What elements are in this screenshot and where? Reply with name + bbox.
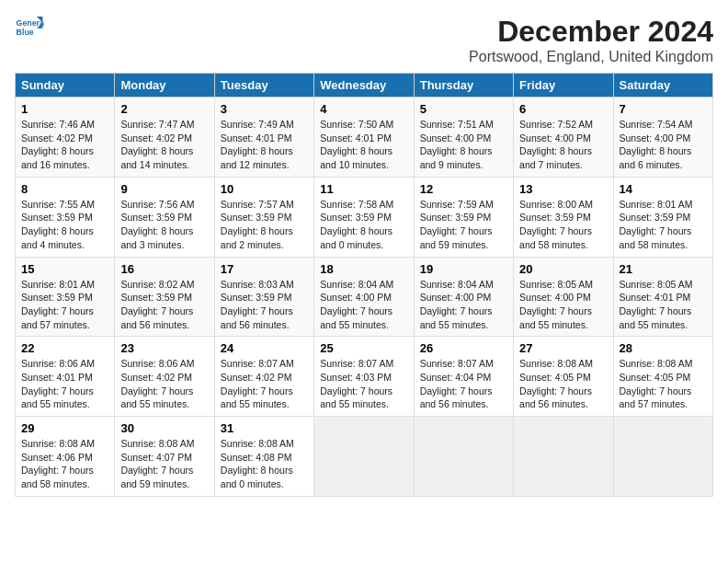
- calendar-cell: 16Sunrise: 8:02 AM Sunset: 3:59 PM Dayli…: [115, 257, 214, 337]
- calendar-cell: 9Sunrise: 7:56 AM Sunset: 3:59 PM Daylig…: [115, 177, 214, 257]
- day-number: 17: [221, 262, 308, 276]
- day-detail: Sunrise: 8:08 AM Sunset: 4:08 PM Dayligh…: [221, 437, 308, 491]
- calendar-cell: 27Sunrise: 8:08 AM Sunset: 4:05 PM Dayli…: [514, 337, 613, 417]
- day-number: 12: [420, 182, 507, 196]
- calendar-cell: 28Sunrise: 8:08 AM Sunset: 4:05 PM Dayli…: [613, 337, 712, 417]
- calendar-cell: 10Sunrise: 7:57 AM Sunset: 3:59 PM Dayli…: [214, 177, 313, 257]
- calendar-cell: 19Sunrise: 8:04 AM Sunset: 4:00 PM Dayli…: [414, 257, 513, 337]
- col-header-wednesday: Wednesday: [314, 74, 414, 98]
- subtitle: Portswood, England, United Kingdom: [469, 49, 713, 65]
- day-detail: Sunrise: 7:59 AM Sunset: 3:59 PM Dayligh…: [420, 198, 507, 252]
- day-number: 15: [21, 262, 108, 276]
- day-number: 18: [320, 262, 407, 276]
- calendar-cell: 26Sunrise: 8:07 AM Sunset: 4:04 PM Dayli…: [414, 337, 513, 417]
- calendar-cell: 13Sunrise: 8:00 AM Sunset: 3:59 PM Dayli…: [514, 177, 613, 257]
- calendar-cell: 31Sunrise: 8:08 AM Sunset: 4:08 PM Dayli…: [214, 417, 313, 497]
- calendar-table: SundayMondayTuesdayWednesdayThursdayFrid…: [15, 73, 713, 497]
- day-number: 6: [519, 102, 607, 116]
- calendar-week-row: 29Sunrise: 8:08 AM Sunset: 4:06 PM Dayli…: [16, 417, 713, 497]
- day-detail: Sunrise: 8:05 AM Sunset: 4:00 PM Dayligh…: [519, 278, 607, 332]
- calendar-cell: 14Sunrise: 8:01 AM Sunset: 3:59 PM Dayli…: [613, 177, 712, 257]
- day-detail: Sunrise: 7:55 AM Sunset: 3:59 PM Dayligh…: [21, 198, 108, 252]
- logo: General Blue: [15, 15, 44, 40]
- day-number: 14: [620, 182, 707, 196]
- day-number: 28: [620, 341, 707, 355]
- day-detail: Sunrise: 7:52 AM Sunset: 4:00 PM Dayligh…: [519, 118, 607, 172]
- day-number: 5: [420, 102, 507, 116]
- day-detail: Sunrise: 8:04 AM Sunset: 4:00 PM Dayligh…: [420, 278, 507, 332]
- day-number: 19: [420, 262, 507, 276]
- day-detail: Sunrise: 8:08 AM Sunset: 4:06 PM Dayligh…: [21, 437, 108, 491]
- day-detail: Sunrise: 8:07 AM Sunset: 4:04 PM Dayligh…: [420, 357, 507, 411]
- day-detail: Sunrise: 7:47 AM Sunset: 4:02 PM Dayligh…: [120, 118, 208, 172]
- calendar-week-row: 8Sunrise: 7:55 AM Sunset: 3:59 PM Daylig…: [16, 177, 713, 257]
- page-header: General Blue December 2024 Portswood, En…: [15, 15, 713, 65]
- calendar-cell: 22Sunrise: 8:06 AM Sunset: 4:01 PM Dayli…: [16, 337, 115, 417]
- day-detail: Sunrise: 8:08 AM Sunset: 4:05 PM Dayligh…: [519, 357, 607, 411]
- logo-icon: General Blue: [15, 15, 44, 40]
- day-detail: Sunrise: 7:46 AM Sunset: 4:02 PM Dayligh…: [21, 118, 108, 172]
- day-detail: Sunrise: 8:01 AM Sunset: 3:59 PM Dayligh…: [620, 198, 707, 252]
- day-number: 1: [21, 102, 108, 116]
- col-header-monday: Monday: [115, 74, 214, 98]
- day-number: 30: [120, 421, 208, 435]
- calendar-cell: 17Sunrise: 8:03 AM Sunset: 3:59 PM Dayli…: [214, 257, 313, 337]
- calendar-cell: 15Sunrise: 8:01 AM Sunset: 3:59 PM Dayli…: [16, 257, 115, 337]
- calendar-cell: [414, 417, 513, 497]
- day-number: 16: [120, 262, 208, 276]
- day-detail: Sunrise: 7:51 AM Sunset: 4:00 PM Dayligh…: [420, 118, 507, 172]
- day-number: 23: [120, 341, 208, 355]
- title-block: December 2024 Portswood, England, United…: [469, 15, 713, 65]
- day-detail: Sunrise: 7:54 AM Sunset: 4:00 PM Dayligh…: [620, 118, 707, 172]
- calendar-cell: 8Sunrise: 7:55 AM Sunset: 3:59 PM Daylig…: [16, 177, 115, 257]
- day-detail: Sunrise: 7:50 AM Sunset: 4:01 PM Dayligh…: [320, 118, 407, 172]
- day-detail: Sunrise: 8:00 AM Sunset: 3:59 PM Dayligh…: [519, 198, 607, 252]
- calendar-week-row: 22Sunrise: 8:06 AM Sunset: 4:01 PM Dayli…: [16, 337, 713, 417]
- day-detail: Sunrise: 8:02 AM Sunset: 3:59 PM Dayligh…: [120, 278, 208, 332]
- main-title: December 2024: [469, 15, 713, 49]
- day-number: 9: [120, 182, 208, 196]
- day-detail: Sunrise: 8:06 AM Sunset: 4:02 PM Dayligh…: [120, 357, 208, 411]
- day-number: 2: [120, 102, 208, 116]
- calendar-cell: 2Sunrise: 7:47 AM Sunset: 4:02 PM Daylig…: [115, 98, 214, 178]
- calendar-cell: 3Sunrise: 7:49 AM Sunset: 4:01 PM Daylig…: [214, 98, 313, 178]
- col-header-thursday: Thursday: [414, 74, 513, 98]
- day-number: 13: [519, 182, 607, 196]
- col-header-sunday: Sunday: [16, 74, 115, 98]
- calendar-cell: 6Sunrise: 7:52 AM Sunset: 4:00 PM Daylig…: [514, 98, 613, 178]
- calendar-cell: 20Sunrise: 8:05 AM Sunset: 4:00 PM Dayli…: [514, 257, 613, 337]
- calendar-header-row: SundayMondayTuesdayWednesdayThursdayFrid…: [16, 74, 713, 98]
- day-number: 11: [320, 182, 407, 196]
- day-number: 29: [21, 421, 108, 435]
- day-detail: Sunrise: 8:04 AM Sunset: 4:00 PM Dayligh…: [320, 278, 407, 332]
- calendar-cell: [613, 417, 712, 497]
- day-detail: Sunrise: 7:57 AM Sunset: 3:59 PM Dayligh…: [221, 198, 308, 252]
- calendar-cell: 25Sunrise: 8:07 AM Sunset: 4:03 PM Dayli…: [314, 337, 414, 417]
- day-number: 26: [420, 341, 507, 355]
- svg-text:Blue: Blue: [17, 28, 34, 37]
- calendar-cell: 24Sunrise: 8:07 AM Sunset: 4:02 PM Dayli…: [214, 337, 313, 417]
- day-number: 4: [320, 102, 407, 116]
- calendar-cell: 23Sunrise: 8:06 AM Sunset: 4:02 PM Dayli…: [115, 337, 214, 417]
- day-number: 7: [620, 102, 707, 116]
- day-detail: Sunrise: 8:07 AM Sunset: 4:02 PM Dayligh…: [221, 357, 308, 411]
- calendar-cell: 12Sunrise: 7:59 AM Sunset: 3:59 PM Dayli…: [414, 177, 513, 257]
- day-number: 21: [620, 262, 707, 276]
- calendar-cell: 5Sunrise: 7:51 AM Sunset: 4:00 PM Daylig…: [414, 98, 513, 178]
- day-detail: Sunrise: 7:58 AM Sunset: 3:59 PM Dayligh…: [320, 198, 407, 252]
- day-detail: Sunrise: 8:07 AM Sunset: 4:03 PM Dayligh…: [320, 357, 407, 411]
- calendar-cell: 4Sunrise: 7:50 AM Sunset: 4:01 PM Daylig…: [314, 98, 414, 178]
- day-number: 3: [221, 102, 308, 116]
- day-number: 10: [221, 182, 308, 196]
- day-detail: Sunrise: 8:06 AM Sunset: 4:01 PM Dayligh…: [21, 357, 108, 411]
- calendar-cell: 30Sunrise: 8:08 AM Sunset: 4:07 PM Dayli…: [115, 417, 214, 497]
- day-number: 8: [21, 182, 108, 196]
- calendar-cell: [314, 417, 414, 497]
- day-number: 20: [519, 262, 607, 276]
- calendar-week-row: 15Sunrise: 8:01 AM Sunset: 3:59 PM Dayli…: [16, 257, 713, 337]
- day-number: 22: [21, 341, 108, 355]
- day-detail: Sunrise: 7:49 AM Sunset: 4:01 PM Dayligh…: [221, 118, 308, 172]
- day-detail: Sunrise: 8:03 AM Sunset: 3:59 PM Dayligh…: [221, 278, 308, 332]
- day-number: 27: [519, 341, 607, 355]
- day-detail: Sunrise: 8:08 AM Sunset: 4:07 PM Dayligh…: [120, 437, 208, 491]
